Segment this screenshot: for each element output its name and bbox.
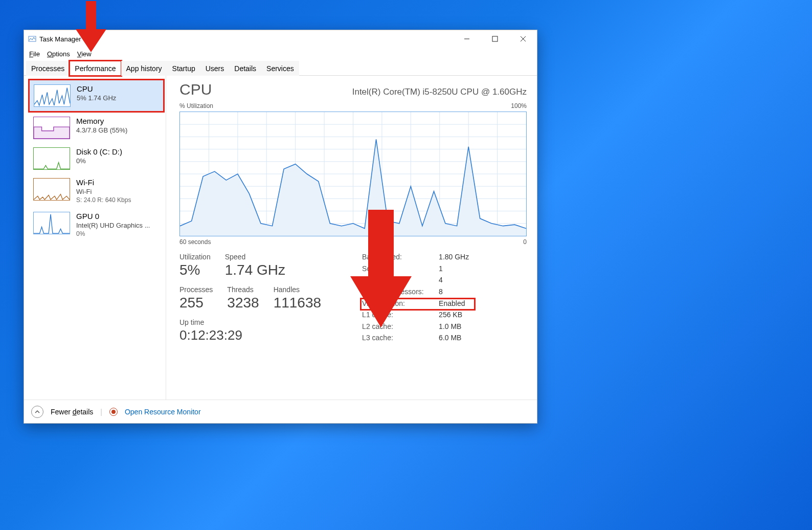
sidebar-item-subtext: Wi-Fi <box>76 188 131 195</box>
tab-performance[interactable]: Performance <box>70 61 121 76</box>
stat-label: Handles <box>274 285 321 294</box>
stat-value-processes: 255 <box>179 295 213 311</box>
sidebar-item-label: Wi-Fi <box>76 178 131 187</box>
detail-value-l3: 6.0 MB <box>439 334 490 343</box>
gpu-thumb-icon <box>33 212 70 234</box>
chart-axis-top-right: 100% <box>511 102 527 109</box>
detail-value-l1: 256 KB <box>439 311 490 320</box>
resource-monitor-icon <box>109 408 118 416</box>
detail-value-sockets: 1 <box>439 264 490 274</box>
menu-options[interactable]: Options <box>47 50 70 58</box>
stat-label: Threads <box>227 285 259 294</box>
chart-axis-bottom-left: 60 seconds <box>179 238 211 246</box>
stat-value-threads: 3238 <box>227 295 259 311</box>
cpu-model-label: Intel(R) Core(TM) i5-8250U CPU @ 1.60GHz <box>352 87 527 97</box>
svg-rect-2 <box>492 36 498 41</box>
stat-value-uptime: 0:12:23:29 <box>179 327 321 343</box>
sidebar-item-subtext2: 0% <box>76 230 150 237</box>
sidebar-item-subtext: 0% <box>76 157 122 165</box>
detail-key: L3 cache: <box>362 334 439 343</box>
tab-startup[interactable]: Startup <box>167 61 200 76</box>
annotation-arrow-icon <box>76 1 106 52</box>
sidebar-item-label: Memory <box>76 117 127 125</box>
disk-thumb-icon <box>33 147 70 170</box>
open-resource-monitor-link[interactable]: Open Resource Monitor <box>125 408 201 416</box>
close-button[interactable] <box>509 30 537 48</box>
sidebar-item-label: CPU <box>77 84 116 93</box>
sidebar-item-wifi[interactable]: Wi-Fi Wi-Fi S: 24.0 R: 640 Kbps <box>29 174 164 208</box>
annotation-arrow-icon <box>350 210 412 327</box>
chart-axis-top-left: % Utilization <box>179 102 213 109</box>
task-manager-window: Task Manager File Options View Processes… <box>24 30 537 424</box>
tab-services[interactable]: Services <box>261 61 299 76</box>
page-title: CPU <box>179 81 212 98</box>
separator: | <box>100 408 102 416</box>
menu-file[interactable]: File <box>29 50 40 58</box>
sidebar-item-subtext: Intel(R) UHD Graphics ... <box>76 222 150 229</box>
sidebar-item-label: GPU 0 <box>76 212 150 220</box>
stat-label: Utilization <box>179 253 211 261</box>
tab-app-history[interactable]: App history <box>121 61 167 76</box>
wifi-thumb-icon <box>33 178 70 201</box>
sidebar-item-cpu[interactable]: CPU 5% 1.74 GHz <box>29 80 164 112</box>
stat-value-handles: 111638 <box>274 295 321 311</box>
detail-value-base-speed: 1.80 GHz <box>439 253 490 262</box>
collapse-button[interactable] <box>31 406 43 418</box>
maximize-button[interactable] <box>481 30 509 48</box>
window-title: Task Manager <box>39 35 81 43</box>
sidebar-item-disk[interactable]: Disk 0 (C: D:) 0% <box>29 143 164 174</box>
sidebar-item-subtext: 4.3/7.8 GB (55%) <box>76 126 127 134</box>
sidebar-item-memory[interactable]: Memory 4.3/7.8 GB (55%) <box>29 113 164 143</box>
tab-strip: Processes Performance App history Startu… <box>24 60 537 76</box>
uptime-label: Up time <box>179 318 321 326</box>
sidebar-item-label: Disk 0 (C: D:) <box>76 147 122 156</box>
chart-axis-bottom-right: 0 <box>523 238 527 246</box>
stat-label: Speed <box>225 253 285 261</box>
sidebar-item-subtext2: S: 24.0 R: 640 Kbps <box>76 196 131 204</box>
cpu-thumb-icon <box>34 84 71 107</box>
tab-processes[interactable]: Processes <box>26 61 70 76</box>
chevron-up-icon <box>35 409 40 414</box>
stat-value-utilization: 5% <box>179 262 211 278</box>
stat-value-speed: 1.74 GHz <box>225 262 285 278</box>
detail-value-virtualization: Enabled <box>439 299 490 309</box>
stat-label: Processes <box>179 285 213 294</box>
fewer-details-link[interactable]: Fewer details <box>51 408 93 416</box>
sidebar-item-gpu[interactable]: GPU 0 Intel(R) UHD Graphics ... 0% <box>29 208 164 241</box>
perf-sidebar: CPU 5% 1.74 GHz Memory 4.3/7.8 GB (55%) <box>24 76 166 400</box>
app-icon <box>28 35 36 43</box>
memory-thumb-icon <box>33 117 70 139</box>
sidebar-item-subtext: 5% 1.74 GHz <box>77 94 116 102</box>
detail-value-l2: 1.0 MB <box>439 322 490 332</box>
footer: Fewer details | Open Resource Monitor <box>24 400 537 423</box>
detail-value-cores: 4 <box>439 276 490 285</box>
minimize-button[interactable] <box>453 30 481 48</box>
tab-details[interactable]: Details <box>229 61 261 76</box>
tab-users[interactable]: Users <box>200 61 230 76</box>
detail-value-logical: 8 <box>439 288 490 297</box>
